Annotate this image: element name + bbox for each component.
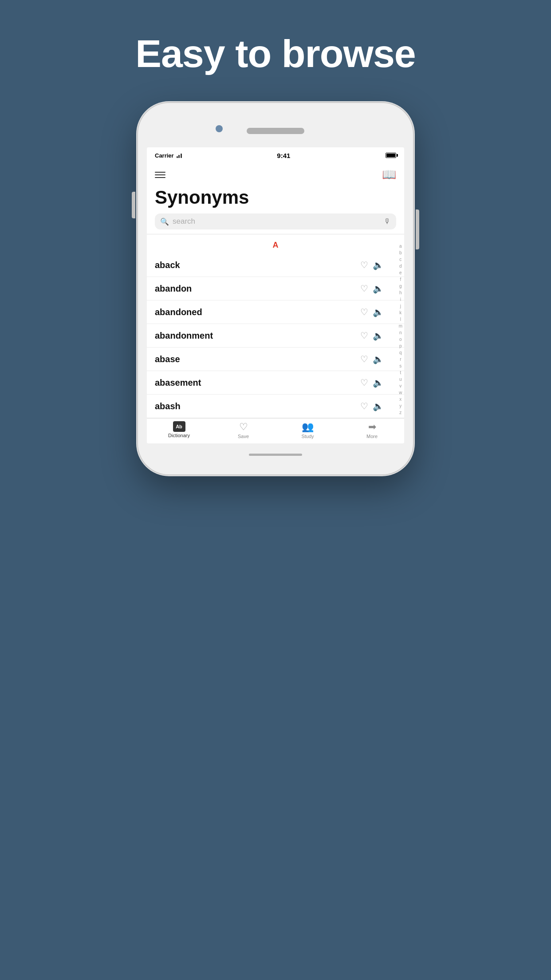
dictionary-tab-icon: Ab bbox=[173, 421, 185, 432]
tab-save[interactable]: ♡ Save bbox=[211, 421, 276, 439]
word-label: abandonment bbox=[155, 331, 360, 341]
word-label: abandon bbox=[155, 284, 360, 294]
word-actions: ♡ 🔈 bbox=[360, 260, 384, 270]
word-actions: ♡ 🔈 bbox=[360, 330, 384, 341]
speaker-icon[interactable]: 🔈 bbox=[373, 283, 384, 294]
tab-bar: Ab Dictionary ♡ Save 👥 Study ➡ More bbox=[147, 418, 404, 443]
phone-speaker bbox=[247, 128, 304, 134]
word-label: abash bbox=[155, 401, 360, 411]
speaker-icon[interactable]: 🔈 bbox=[373, 260, 384, 270]
favorite-icon[interactable]: ♡ bbox=[360, 260, 368, 270]
word-list-item[interactable]: abash ♡ 🔈 bbox=[147, 395, 404, 418]
speaker-icon[interactable]: 🔈 bbox=[373, 307, 384, 317]
alpha-index-letter[interactable]: t bbox=[399, 370, 402, 375]
alpha-index-letter[interactable]: w bbox=[399, 390, 402, 395]
more-tab-icon: ➡ bbox=[368, 421, 376, 433]
alpha-index-letter[interactable]: q bbox=[399, 350, 402, 356]
study-tab-icon: 👥 bbox=[302, 421, 314, 433]
speaker-icon[interactable]: 🔈 bbox=[373, 401, 384, 411]
phone-camera bbox=[216, 125, 223, 132]
alpha-index-letter[interactable]: h bbox=[399, 290, 402, 296]
tab-more[interactable]: ➡ More bbox=[340, 421, 404, 439]
alpha-index-letter[interactable]: x bbox=[399, 396, 402, 402]
speaker-icon[interactable]: 🔈 bbox=[373, 354, 384, 364]
phone-top-bezel bbox=[147, 112, 404, 147]
status-right bbox=[386, 153, 396, 158]
alpha-index-letter[interactable]: a bbox=[399, 243, 402, 249]
status-bar: Carrier 9:41 bbox=[147, 147, 404, 163]
tab-label-more: More bbox=[366, 434, 378, 439]
search-icon: 🔍 bbox=[160, 217, 169, 226]
book-icon[interactable]: 📖 bbox=[382, 168, 396, 182]
word-list-area: A aback ♡ 🔈 abandon ♡ 🔈 abandoned ♡ 🔈 ab… bbox=[147, 234, 404, 418]
word-list-item[interactable]: abandon ♡ 🔈 bbox=[147, 277, 404, 300]
alpha-index-letter[interactable]: c bbox=[399, 257, 402, 262]
alpha-index-letter[interactable]: m bbox=[399, 323, 402, 329]
alpha-index-letter[interactable]: l bbox=[399, 316, 402, 322]
word-actions: ♡ 🔈 bbox=[360, 307, 384, 317]
alpha-index-letter[interactable]: j bbox=[399, 303, 402, 309]
mic-icon[interactable]: 🎙 bbox=[384, 217, 391, 225]
alpha-sidebar[interactable]: abcdefghijklmnopqrstuvwxyz bbox=[399, 234, 402, 418]
alpha-index-letter[interactable]: k bbox=[399, 310, 402, 316]
alpha-index-letter[interactable]: v bbox=[399, 383, 402, 389]
word-label: abase bbox=[155, 354, 360, 364]
alpha-index-letter[interactable]: n bbox=[399, 330, 402, 336]
speaker-icon[interactable]: 🔈 bbox=[373, 377, 384, 388]
word-list-item[interactable]: abandoned ♡ 🔈 bbox=[147, 300, 404, 324]
favorite-icon[interactable]: ♡ bbox=[360, 377, 368, 388]
alpha-index-letter[interactable]: f bbox=[399, 277, 402, 282]
page-headline: Easy to browse bbox=[135, 31, 416, 76]
tab-dictionary[interactable]: Ab Dictionary bbox=[147, 421, 211, 439]
search-placeholder: search bbox=[173, 217, 380, 226]
word-actions: ♡ 🔈 bbox=[360, 354, 384, 364]
alpha-index-letter[interactable]: p bbox=[399, 343, 402, 349]
word-actions: ♡ 🔈 bbox=[360, 283, 384, 294]
carrier-label: Carrier bbox=[155, 152, 174, 159]
alpha-index-letter[interactable]: z bbox=[399, 410, 402, 415]
alpha-index-letter[interactable]: g bbox=[399, 283, 402, 289]
tab-label-dictionary: Dictionary bbox=[168, 433, 190, 438]
tab-label-study: Study bbox=[301, 434, 314, 439]
favorite-icon[interactable]: ♡ bbox=[360, 354, 368, 364]
tab-label-save: Save bbox=[238, 434, 249, 439]
battery-icon bbox=[386, 153, 396, 158]
wifi-icon bbox=[177, 153, 182, 158]
search-bar[interactable]: 🔍 search 🎙 bbox=[155, 213, 396, 229]
word-label: abandoned bbox=[155, 307, 360, 317]
status-left: Carrier bbox=[155, 152, 182, 159]
app-header: 📖 bbox=[147, 163, 404, 184]
word-list-item[interactable]: abandonment ♡ 🔈 bbox=[147, 324, 404, 348]
home-indicator bbox=[249, 454, 302, 456]
alpha-index-letter[interactable]: s bbox=[399, 363, 402, 369]
app-title: Synonyms bbox=[147, 184, 404, 213]
word-list-item[interactable]: aback ♡ 🔈 bbox=[147, 253, 404, 277]
word-actions: ♡ 🔈 bbox=[360, 401, 384, 411]
alpha-index-letter[interactable]: u bbox=[399, 376, 402, 382]
favorite-icon[interactable]: ♡ bbox=[360, 283, 368, 294]
alpha-index-letter[interactable]: r bbox=[399, 356, 402, 362]
phone-screen: Carrier 9:41 📖 Synonyms bbox=[147, 147, 404, 443]
favorite-icon[interactable]: ♡ bbox=[360, 401, 368, 411]
phone-bottom-bezel bbox=[147, 443, 404, 466]
alpha-index-letter[interactable]: d bbox=[399, 263, 402, 269]
favorite-icon[interactable]: ♡ bbox=[360, 330, 368, 341]
speaker-icon[interactable]: 🔈 bbox=[373, 330, 384, 341]
save-tab-icon: ♡ bbox=[239, 421, 248, 433]
word-list: aback ♡ 🔈 abandon ♡ 🔈 abandoned ♡ 🔈 aban… bbox=[147, 253, 404, 418]
alpha-index-letter[interactable]: b bbox=[399, 250, 402, 256]
alpha-index-letter[interactable]: o bbox=[399, 336, 402, 342]
favorite-icon[interactable]: ♡ bbox=[360, 307, 368, 317]
word-label: abasement bbox=[155, 378, 360, 388]
word-actions: ♡ 🔈 bbox=[360, 377, 384, 388]
word-list-item[interactable]: abase ♡ 🔈 bbox=[147, 348, 404, 371]
word-label: aback bbox=[155, 260, 360, 270]
alpha-index-letter[interactable]: y bbox=[399, 403, 402, 409]
tab-study[interactable]: 👥 Study bbox=[276, 421, 340, 439]
hamburger-menu-button[interactable] bbox=[155, 172, 165, 178]
alpha-index-letter[interactable]: i bbox=[399, 296, 402, 302]
word-list-item[interactable]: abasement ♡ 🔈 bbox=[147, 371, 404, 395]
alpha-section-header: A bbox=[147, 234, 404, 253]
phone-shell: Carrier 9:41 📖 Synonyms bbox=[138, 103, 413, 474]
alpha-index-letter[interactable]: e bbox=[399, 270, 402, 276]
